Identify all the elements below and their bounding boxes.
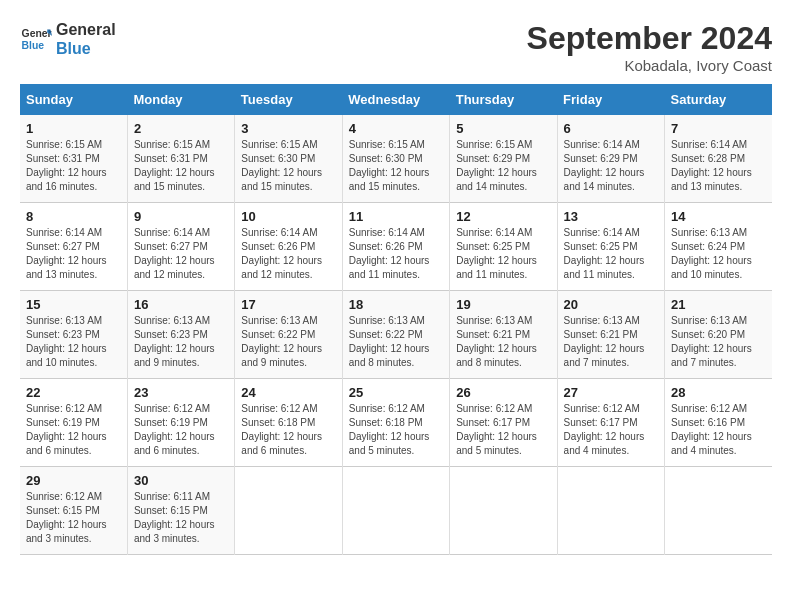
- day-number: 5: [456, 121, 550, 136]
- header-sunday: Sunday: [20, 84, 127, 115]
- svg-text:Blue: Blue: [22, 40, 45, 51]
- day-number: 17: [241, 297, 335, 312]
- calendar-cell: 28Sunrise: 6:12 AM Sunset: 6:16 PM Dayli…: [665, 379, 772, 467]
- day-number: 26: [456, 385, 550, 400]
- day-number: 3: [241, 121, 335, 136]
- day-number: 22: [26, 385, 121, 400]
- calendar-cell: 14Sunrise: 6:13 AM Sunset: 6:24 PM Dayli…: [665, 203, 772, 291]
- header-tuesday: Tuesday: [235, 84, 342, 115]
- day-number: 24: [241, 385, 335, 400]
- day-info: Sunrise: 6:14 AM Sunset: 6:26 PM Dayligh…: [349, 226, 443, 282]
- day-info: Sunrise: 6:15 AM Sunset: 6:31 PM Dayligh…: [26, 138, 121, 194]
- day-info: Sunrise: 6:15 AM Sunset: 6:30 PM Dayligh…: [349, 138, 443, 194]
- day-number: 21: [671, 297, 766, 312]
- calendar-cell: 8Sunrise: 6:14 AM Sunset: 6:27 PM Daylig…: [20, 203, 127, 291]
- month-title: September 2024: [527, 20, 772, 57]
- calendar-cell: 17Sunrise: 6:13 AM Sunset: 6:22 PM Dayli…: [235, 291, 342, 379]
- calendar-cell: 20Sunrise: 6:13 AM Sunset: 6:21 PM Dayli…: [557, 291, 664, 379]
- day-info: Sunrise: 6:13 AM Sunset: 6:23 PM Dayligh…: [26, 314, 121, 370]
- calendar-cell: 15Sunrise: 6:13 AM Sunset: 6:23 PM Dayli…: [20, 291, 127, 379]
- calendar-cell: 6Sunrise: 6:14 AM Sunset: 6:29 PM Daylig…: [557, 115, 664, 203]
- header-thursday: Thursday: [450, 84, 557, 115]
- day-info: Sunrise: 6:13 AM Sunset: 6:20 PM Dayligh…: [671, 314, 766, 370]
- calendar-cell: [450, 467, 557, 555]
- logo-line1: General: [56, 20, 116, 39]
- header-saturday: Saturday: [665, 84, 772, 115]
- day-number: 13: [564, 209, 658, 224]
- day-info: Sunrise: 6:12 AM Sunset: 6:17 PM Dayligh…: [564, 402, 658, 458]
- day-info: Sunrise: 6:13 AM Sunset: 6:21 PM Dayligh…: [456, 314, 550, 370]
- day-number: 14: [671, 209, 766, 224]
- day-number: 4: [349, 121, 443, 136]
- calendar-cell: 26Sunrise: 6:12 AM Sunset: 6:17 PM Dayli…: [450, 379, 557, 467]
- day-number: 30: [134, 473, 228, 488]
- calendar-cell: 22Sunrise: 6:12 AM Sunset: 6:19 PM Dayli…: [20, 379, 127, 467]
- day-number: 19: [456, 297, 550, 312]
- calendar-week-4: 22Sunrise: 6:12 AM Sunset: 6:19 PM Dayli…: [20, 379, 772, 467]
- day-number: 8: [26, 209, 121, 224]
- calendar-cell: [235, 467, 342, 555]
- location-subtitle: Kobadala, Ivory Coast: [527, 57, 772, 74]
- day-info: Sunrise: 6:12 AM Sunset: 6:19 PM Dayligh…: [26, 402, 121, 458]
- day-info: Sunrise: 6:15 AM Sunset: 6:31 PM Dayligh…: [134, 138, 228, 194]
- calendar-week-3: 15Sunrise: 6:13 AM Sunset: 6:23 PM Dayli…: [20, 291, 772, 379]
- day-number: 23: [134, 385, 228, 400]
- day-number: 18: [349, 297, 443, 312]
- day-info: Sunrise: 6:12 AM Sunset: 6:19 PM Dayligh…: [134, 402, 228, 458]
- day-info: Sunrise: 6:13 AM Sunset: 6:23 PM Dayligh…: [134, 314, 228, 370]
- day-info: Sunrise: 6:13 AM Sunset: 6:21 PM Dayligh…: [564, 314, 658, 370]
- day-info: Sunrise: 6:12 AM Sunset: 6:18 PM Dayligh…: [241, 402, 335, 458]
- calendar-cell: 2Sunrise: 6:15 AM Sunset: 6:31 PM Daylig…: [127, 115, 234, 203]
- calendar-cell: [665, 467, 772, 555]
- day-info: Sunrise: 6:12 AM Sunset: 6:17 PM Dayligh…: [456, 402, 550, 458]
- calendar-cell: 30Sunrise: 6:11 AM Sunset: 6:15 PM Dayli…: [127, 467, 234, 555]
- day-info: Sunrise: 6:13 AM Sunset: 6:22 PM Dayligh…: [241, 314, 335, 370]
- calendar-cell: 16Sunrise: 6:13 AM Sunset: 6:23 PM Dayli…: [127, 291, 234, 379]
- calendar-cell: 25Sunrise: 6:12 AM Sunset: 6:18 PM Dayli…: [342, 379, 449, 467]
- calendar-cell: 11Sunrise: 6:14 AM Sunset: 6:26 PM Dayli…: [342, 203, 449, 291]
- day-info: Sunrise: 6:13 AM Sunset: 6:24 PM Dayligh…: [671, 226, 766, 282]
- calendar-cell: [342, 467, 449, 555]
- calendar-cell: 29Sunrise: 6:12 AM Sunset: 6:15 PM Dayli…: [20, 467, 127, 555]
- day-number: 27: [564, 385, 658, 400]
- calendar-cell: 12Sunrise: 6:14 AM Sunset: 6:25 PM Dayli…: [450, 203, 557, 291]
- day-number: 15: [26, 297, 121, 312]
- header-friday: Friday: [557, 84, 664, 115]
- title-block: September 2024 Kobadala, Ivory Coast: [527, 20, 772, 74]
- calendar-cell: 1Sunrise: 6:15 AM Sunset: 6:31 PM Daylig…: [20, 115, 127, 203]
- day-number: 28: [671, 385, 766, 400]
- day-number: 2: [134, 121, 228, 136]
- day-number: 29: [26, 473, 121, 488]
- calendar-cell: 5Sunrise: 6:15 AM Sunset: 6:29 PM Daylig…: [450, 115, 557, 203]
- page-header: General Blue General Blue September 2024…: [20, 20, 772, 74]
- calendar-cell: 27Sunrise: 6:12 AM Sunset: 6:17 PM Dayli…: [557, 379, 664, 467]
- day-info: Sunrise: 6:14 AM Sunset: 6:29 PM Dayligh…: [564, 138, 658, 194]
- calendar-table: SundayMondayTuesdayWednesdayThursdayFrid…: [20, 84, 772, 555]
- calendar-cell: 7Sunrise: 6:14 AM Sunset: 6:28 PM Daylig…: [665, 115, 772, 203]
- header-monday: Monday: [127, 84, 234, 115]
- calendar-cell: [557, 467, 664, 555]
- calendar-cell: 9Sunrise: 6:14 AM Sunset: 6:27 PM Daylig…: [127, 203, 234, 291]
- calendar-week-1: 1Sunrise: 6:15 AM Sunset: 6:31 PM Daylig…: [20, 115, 772, 203]
- day-info: Sunrise: 6:14 AM Sunset: 6:27 PM Dayligh…: [134, 226, 228, 282]
- logo: General Blue General Blue: [20, 20, 116, 58]
- calendar-week-2: 8Sunrise: 6:14 AM Sunset: 6:27 PM Daylig…: [20, 203, 772, 291]
- calendar-week-5: 29Sunrise: 6:12 AM Sunset: 6:15 PM Dayli…: [20, 467, 772, 555]
- day-info: Sunrise: 6:14 AM Sunset: 6:28 PM Dayligh…: [671, 138, 766, 194]
- day-info: Sunrise: 6:14 AM Sunset: 6:25 PM Dayligh…: [564, 226, 658, 282]
- calendar-cell: 4Sunrise: 6:15 AM Sunset: 6:30 PM Daylig…: [342, 115, 449, 203]
- day-number: 16: [134, 297, 228, 312]
- calendar-cell: 23Sunrise: 6:12 AM Sunset: 6:19 PM Dayli…: [127, 379, 234, 467]
- day-number: 12: [456, 209, 550, 224]
- day-number: 6: [564, 121, 658, 136]
- day-number: 7: [671, 121, 766, 136]
- header-wednesday: Wednesday: [342, 84, 449, 115]
- calendar-cell: 10Sunrise: 6:14 AM Sunset: 6:26 PM Dayli…: [235, 203, 342, 291]
- calendar-cell: 18Sunrise: 6:13 AM Sunset: 6:22 PM Dayli…: [342, 291, 449, 379]
- logo-line2: Blue: [56, 39, 116, 58]
- day-info: Sunrise: 6:13 AM Sunset: 6:22 PM Dayligh…: [349, 314, 443, 370]
- logo-icon: General Blue: [20, 23, 52, 55]
- calendar-cell: 21Sunrise: 6:13 AM Sunset: 6:20 PM Dayli…: [665, 291, 772, 379]
- day-info: Sunrise: 6:15 AM Sunset: 6:30 PM Dayligh…: [241, 138, 335, 194]
- calendar-header-row: SundayMondayTuesdayWednesdayThursdayFrid…: [20, 84, 772, 115]
